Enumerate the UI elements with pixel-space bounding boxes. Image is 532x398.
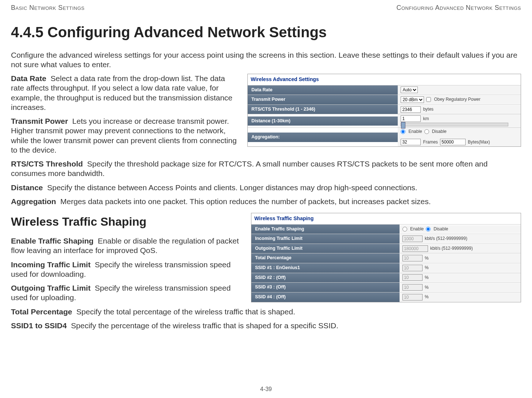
distance-unit: km bbox=[423, 116, 429, 122]
page-header: Basic Network Settings Configuring Advan… bbox=[11, 4, 521, 12]
ssid2-unit: % bbox=[425, 275, 429, 280]
label-data-rate: Data Rate bbox=[248, 85, 398, 95]
row-data-rate: Data Rate Auto bbox=[248, 85, 521, 95]
aggregation-disable-radio[interactable] bbox=[424, 129, 429, 134]
page-title: 4.4.5 Configuring Advanced Network Setti… bbox=[11, 23, 521, 41]
term-aggregation: Aggregation Merges data packets into one… bbox=[11, 197, 521, 206]
rts-unit: bytes bbox=[423, 107, 433, 112]
label-ssid2: SSID #2 : (Off) bbox=[251, 273, 400, 283]
ssid2-input[interactable] bbox=[402, 274, 423, 281]
obey-regulatory-label: Obey Regulatory Power bbox=[434, 97, 480, 102]
row-transmit-power: Transmit Power 20 dBm Obey Regulatory Po… bbox=[248, 95, 521, 104]
term-ssid: SSID1 to SSID4 Specify the percentage of… bbox=[11, 321, 521, 330]
wireless-advanced-settings-figure: Wireless Advanced Settings Data Rate Aut… bbox=[247, 74, 521, 147]
label-distance: Distance (1-30km) bbox=[248, 116, 398, 126]
obey-regulatory-checkbox[interactable] bbox=[426, 97, 431, 102]
rts-input[interactable] bbox=[401, 106, 421, 113]
row-ssid3: SSID #3 : (Off) % bbox=[251, 282, 521, 292]
total-input[interactable] bbox=[402, 255, 423, 261]
label-total: Total Percentage bbox=[251, 253, 400, 263]
ssid3-input[interactable] bbox=[402, 284, 423, 291]
row-aggregation: Aggregation: Enable Disable Frames Bytes… bbox=[248, 127, 521, 146]
ssid3-unit: % bbox=[425, 285, 429, 290]
row-ssid2: SSID #2 : (Off) % bbox=[251, 273, 521, 283]
row-ssid1: SSID #1 : EnGenius1 % bbox=[251, 263, 521, 273]
panel2-title: Wireless Traffic Shaping bbox=[251, 213, 521, 224]
row-outgoing-limit: Outgoing Traffic Limit kbit/s (512-99999… bbox=[251, 244, 521, 253]
row-distance: Distance (1-30km) km bbox=[248, 114, 521, 127]
row-total-percentage: Total Percentage % bbox=[251, 253, 521, 263]
ets-enable-label: Enable bbox=[410, 226, 424, 232]
ets-enable-radio[interactable] bbox=[402, 227, 407, 231]
ssid4-unit: % bbox=[425, 294, 429, 300]
total-unit: % bbox=[425, 256, 429, 261]
incoming-unit: kbit/s (512-99999999) bbox=[425, 236, 467, 241]
term-rts: RTS/CTS Threshold Specify the threshold … bbox=[11, 159, 521, 179]
ets-disable-label: Disable bbox=[433, 226, 448, 232]
term-distance: Distance Specify the distance between Ac… bbox=[11, 183, 521, 192]
wireless-traffic-shaping-figure: Wireless Traffic Shaping Enable Traffic … bbox=[251, 213, 521, 302]
aggregation-bytes-input[interactable] bbox=[440, 139, 466, 145]
label-ssid3: SSID #3 : (Off) bbox=[251, 283, 400, 292]
label-rts: RTS/CTS Threshold (1 - 2346) bbox=[248, 105, 398, 114]
distance-slider[interactable] bbox=[401, 123, 508, 126]
ets-disable-radio[interactable] bbox=[426, 227, 431, 231]
label-ssid4: SSID #4 : (Off) bbox=[251, 292, 400, 302]
distance-input[interactable] bbox=[401, 115, 421, 122]
aggregation-enable-label: Enable bbox=[408, 129, 422, 134]
row-rts-threshold: RTS/CTS Threshold (1 - 2346) bytes bbox=[248, 104, 521, 114]
term-total: Total Percentage Specify the total perce… bbox=[11, 307, 521, 317]
panel-title: Wireless Advanced Settings bbox=[248, 74, 521, 85]
header-right: Configuring Advanced Network Settings bbox=[396, 4, 521, 12]
label-out: Outgoing Traffic Limit bbox=[251, 244, 400, 253]
label-in: Incoming Traffic Limit bbox=[251, 234, 400, 244]
page-number: 4-39 bbox=[0, 386, 532, 393]
ssid1-input[interactable] bbox=[402, 265, 423, 271]
outgoing-input[interactable] bbox=[402, 245, 428, 252]
aggregation-disable-label: Disable bbox=[432, 129, 447, 134]
row-incoming-limit: Incoming Traffic Limit kbit/s (512-99999… bbox=[251, 234, 521, 244]
aggregation-frames-unit: Frames bbox=[423, 139, 438, 145]
intro-paragraph: Configure the advanced wireless settings… bbox=[11, 50, 521, 70]
aggregation-bytes-unit: Bytes(Max) bbox=[468, 139, 490, 145]
outgoing-unit: kbit/s (512-99999999) bbox=[430, 246, 473, 251]
label-ssid1: SSID #1 : EnGenius1 bbox=[251, 263, 400, 273]
label-ets: Enable Traffic Shaping bbox=[251, 225, 400, 234]
aggregation-enable-radio[interactable] bbox=[401, 129, 405, 134]
row-ssid4: SSID #4 : (Off) % bbox=[251, 292, 521, 302]
ssid1-unit: % bbox=[425, 265, 429, 271]
header-left: Basic Network Settings bbox=[11, 4, 85, 12]
incoming-input[interactable] bbox=[402, 236, 423, 242]
aggregation-frames-input[interactable] bbox=[401, 139, 421, 145]
transmit-power-select[interactable]: 20 dBm bbox=[401, 96, 424, 103]
ssid4-input[interactable] bbox=[402, 294, 423, 301]
label-aggregation: Aggregation: bbox=[248, 133, 398, 142]
label-transmit-power: Transmit Power bbox=[248, 95, 398, 104]
data-rate-select[interactable]: Auto bbox=[401, 87, 418, 93]
row-enable-traffic-shaping: Enable Traffic Shaping Enable Disable bbox=[251, 224, 521, 234]
